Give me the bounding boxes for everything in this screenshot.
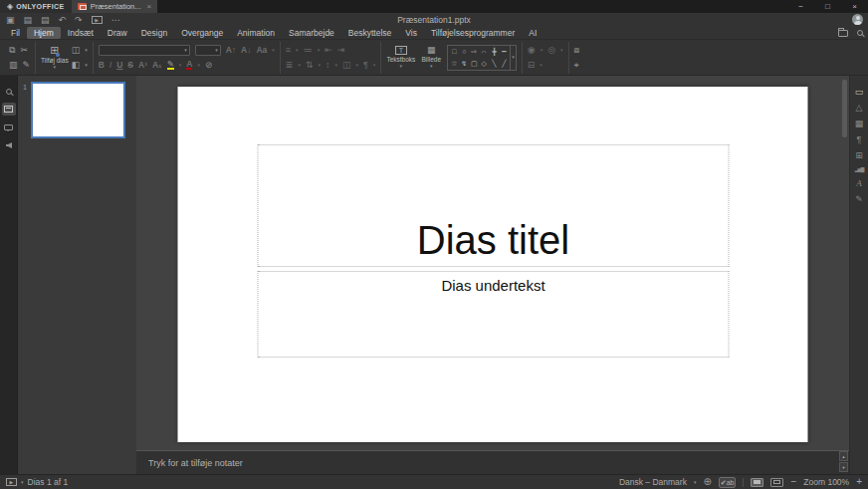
tab-samarbejde[interactable]: Samarbejde — [282, 27, 341, 39]
title-placeholder[interactable]: Dias titel — [258, 144, 730, 267]
chevron-down-icon[interactable]: ▾ — [179, 63, 182, 68]
user-avatar[interactable] — [852, 14, 863, 25]
chevron-down-icon[interactable]: ▾ — [318, 48, 321, 53]
shape-plus-icon[interactable]: ╋ — [492, 48, 496, 55]
tab-ai[interactable]: AI — [522, 27, 543, 39]
previous-slide-button[interactable]: ▲ — [839, 451, 848, 461]
increase-indent-icon[interactable]: ⇥ — [337, 46, 345, 55]
chevron-down-icon[interactable]: ▾ — [296, 48, 299, 53]
maximize-button[interactable]: □ — [814, 0, 841, 13]
italic-icon[interactable]: I — [109, 61, 111, 70]
spellcheck-toggle[interactable]: ✔ab — [719, 477, 737, 488]
signature-settings-button[interactable]: ✎ — [855, 195, 863, 204]
tab-close-icon[interactable]: × — [146, 2, 151, 11]
quick-print-icon[interactable]: ▤ — [41, 16, 50, 25]
textart-settings-button[interactable]: A — [856, 179, 862, 188]
chevron-down-icon[interactable]: ▾ — [373, 63, 376, 68]
chart-settings-button[interactable]: ▂▅▇ — [855, 167, 864, 172]
tab-draw[interactable]: Draw — [101, 27, 134, 39]
tab-beskyttelse[interactable]: Beskyttelse — [341, 27, 398, 39]
close-button[interactable]: × — [841, 0, 868, 13]
shape-rectangle-icon[interactable]: □ — [452, 48, 456, 55]
insert-columns-icon[interactable]: ◫ — [342, 61, 351, 70]
chevron-down-icon[interactable]: ▾ — [541, 48, 543, 53]
save-icon[interactable]: ▣ — [6, 16, 15, 25]
vertical-scrollbar[interactable] — [842, 80, 847, 444]
copy-icon[interactable]: ⧉ — [9, 46, 15, 55]
undo-icon[interactable]: ↶ — [59, 16, 67, 25]
highlight-color-icon[interactable]: ✎ — [167, 60, 174, 71]
language-selector[interactable]: Dansk – Danmark — [619, 477, 687, 487]
shape-rounded-rect-icon[interactable]: ▢ — [471, 60, 478, 67]
chevron-down-icon[interactable]: ▾ — [197, 63, 200, 68]
subscript-icon[interactable]: A₁ — [152, 61, 162, 70]
paragraph-settings-icon[interactable]: ¶ — [363, 61, 368, 70]
font-color-icon[interactable]: A — [186, 60, 192, 71]
comments-button[interactable] — [2, 121, 16, 133]
chevron-down-icon[interactable]: ▾ — [540, 63, 542, 68]
app-menu-button[interactable]: ◈ ONLYOFFICE — [0, 0, 72, 13]
redo-icon[interactable]: ↷ — [75, 16, 83, 25]
shape-diagonal-line2-icon[interactable]: ╱ — [502, 60, 506, 67]
paste-icon[interactable]: ▥ — [9, 61, 18, 70]
cut-icon[interactable]: ✂ — [20, 46, 28, 55]
feedback-button[interactable] — [2, 138, 16, 151]
underline-icon[interactable]: U — [116, 61, 122, 70]
tab-indsaet[interactable]: Indsæt — [61, 27, 101, 39]
strikeout-icon[interactable]: S — [127, 61, 133, 70]
tab-fil[interactable]: Fil — [4, 27, 27, 39]
minimize-button[interactable]: − — [787, 0, 814, 13]
chevron-down-icon[interactable]: ▾ — [85, 48, 88, 53]
vertical-align-icon[interactable]: ⇅ — [306, 61, 314, 70]
shape-star-icon[interactable]: ☆ — [451, 60, 457, 67]
numbering-icon[interactable]: ≔ — [304, 46, 313, 55]
search-icon[interactable] — [857, 30, 863, 36]
zoom-out-button[interactable]: − — [790, 477, 796, 487]
chevron-down-icon[interactable]: ▾ — [298, 63, 301, 68]
slide[interactable]: Dias titel Dias undertekst — [178, 87, 808, 442]
fit-to-width-button[interactable] — [770, 478, 783, 487]
paragraph-settings-button[interactable]: ¶ — [857, 135, 862, 144]
chevron-down-icon[interactable]: ▾ — [356, 63, 359, 68]
horizontal-align-icon[interactable]: ≣ — [286, 61, 294, 70]
clear-style-icon[interactable]: ⊘ — [205, 61, 212, 70]
shape-right-arrow-icon[interactable]: ⇨ — [471, 48, 477, 55]
color-scheme-icon[interactable]: ◧ — [72, 61, 81, 70]
slides-panel-button[interactable] — [2, 103, 16, 116]
slide-settings-button[interactable]: ▭ — [855, 88, 864, 97]
document-tab[interactable]: Præsentation... × — [72, 0, 158, 13]
chevron-down-icon[interactable]: ▾ — [318, 63, 321, 68]
zoom-in-button[interactable]: + — [856, 477, 862, 487]
subtitle-placeholder[interactable]: Dias undertekst — [258, 271, 730, 358]
scrollbar-thumb[interactable] — [842, 80, 847, 137]
tab-overgange[interactable]: Overgange — [174, 27, 230, 39]
shape-diamond-icon[interactable]: ◇ — [482, 60, 487, 67]
font-name-select[interactable]: ▾ — [99, 45, 190, 56]
fit-to-slide-button[interactable] — [751, 478, 763, 487]
shape-settings-button[interactable]: △ — [856, 104, 863, 113]
line-spacing-icon[interactable]: ↕ — [326, 61, 330, 70]
start-slideshow-status-icon[interactable]: ▶ — [6, 478, 17, 486]
chevron-down-icon[interactable]: ▾ — [21, 480, 24, 485]
select-objects-icon[interactable]: ⌖ — [574, 61, 579, 70]
add-slide-button[interactable]: ⊞ Tilføj dias ▾ — [41, 45, 69, 70]
shape-fill-icon[interactable]: ◉ — [528, 46, 536, 55]
zoom-level[interactable]: Zoom 100% — [803, 477, 849, 487]
shape-line-icon[interactable]: ━ — [502, 48, 506, 55]
bullets-icon[interactable]: ≡ — [286, 46, 291, 55]
align-shapes-icon[interactable]: ⊟ — [528, 61, 536, 70]
chevron-down-icon[interactable]: ▾ — [85, 63, 88, 68]
chevron-down-icon[interactable]: ▾ — [694, 480, 697, 485]
shape-lightning-icon[interactable]: ↯ — [461, 60, 467, 67]
slide-thumbnail[interactable] — [31, 82, 125, 138]
image-settings-button[interactable]: ▦ — [855, 120, 864, 128]
tab-hjem[interactable]: Hjem — [27, 27, 61, 39]
print-icon[interactable]: ▤ — [24, 16, 33, 25]
copy-style-icon[interactable]: ✎ — [23, 61, 31, 70]
table-settings-button[interactable]: ⊞ — [855, 151, 863, 160]
shapes-gallery[interactable]: □ ○ ⇨ ⇔ ╋ ━ ☆ ↯ ▢ ◇ ╲ ╱ — [447, 45, 511, 71]
tab-tilfoejelsesprogrammer[interactable]: Tilføjelsesprogrammer — [424, 27, 522, 39]
open-file-location-icon[interactable] — [838, 30, 848, 37]
font-size-select[interactable]: ▾ — [195, 45, 221, 56]
increment-font-size-icon[interactable]: A↑ — [226, 46, 236, 55]
